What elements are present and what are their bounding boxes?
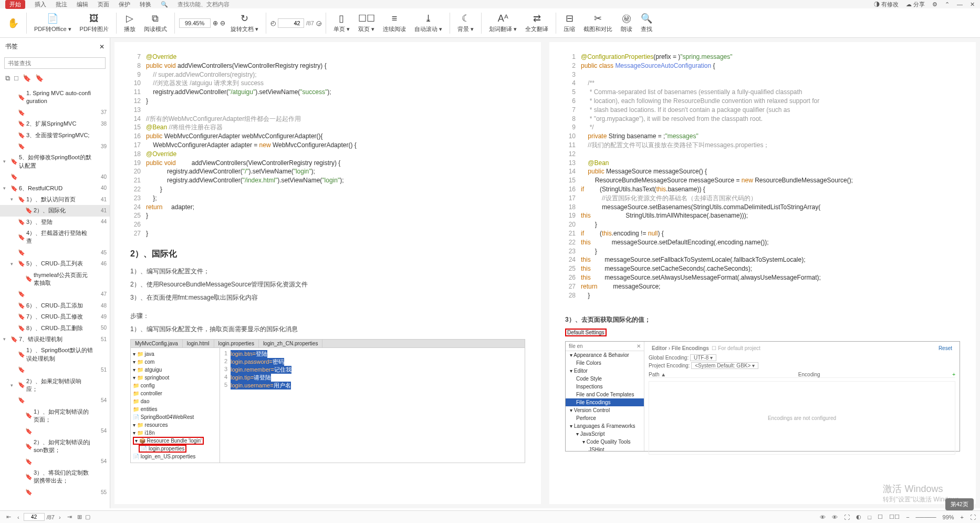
ide-tree-item[interactable]: ▾ 📁 springboot [133, 374, 217, 382]
minimize-icon[interactable]: — [957, 1, 963, 7]
bookmark-item[interactable]: ▾🔖7、错误处理机制51 [0, 334, 110, 345]
ide-tree-item[interactable]: 📄 SpringBoot04WebRest [133, 413, 217, 421]
bookmark-item[interactable]: 🔖8）、CRUD-员工删除50 [0, 323, 110, 334]
bookmark-item[interactable]: 🔖1）、SpringBoot默认的错误处理机制 [0, 345, 110, 364]
ide-tree-item[interactable]: ▾ 📦 Resource Bundle 'login' [133, 437, 217, 445]
tab-page[interactable]: 页面 [98, 1, 109, 8]
settings-tree-item[interactable]: Inspections [566, 383, 644, 391]
ide-tree-item[interactable]: ▾ 📁 resources [133, 421, 217, 429]
settings-tree-item[interactable]: ▾ Version Control [566, 406, 644, 414]
sb-icon-4[interactable]: 🔖 [35, 74, 44, 83]
ide-tree-item[interactable]: ▾ 📁 java [133, 350, 217, 358]
bookmark-item[interactable]: 🔖2）、国际化41 [0, 205, 110, 216]
ide-tab[interactable]: login.html [183, 340, 214, 347]
bookmark-item[interactable]: 🔖54 [0, 395, 110, 406]
settings-tree-item[interactable]: JSHint [566, 446, 644, 451]
continuous-read[interactable]: ≡连续阅读 [380, 11, 409, 35]
sb-icon-1[interactable]: ⧉ [5, 74, 10, 83]
sb-icon-2[interactable]: □ [14, 74, 18, 83]
settings-tree-item[interactable]: File Encodings [566, 398, 644, 406]
bookmark-item[interactable]: 🔖1）、如何定制错误的页面； [0, 406, 110, 426]
bookmark-item[interactable]: 🔖37 [0, 107, 110, 118]
bookmark-item[interactable]: 🔖51 [0, 364, 110, 375]
proj-enc-dropdown[interactable]: <System Default: GBK> ▾ [691, 362, 758, 369]
share-button[interactable]: ☁ 分享 [906, 1, 925, 8]
bookmark-item[interactable]: 🔖thymeleaf公共页面元素抽取 [0, 270, 110, 289]
bookmark-item[interactable]: 🔖3、全面接管SpringMVC; [0, 130, 110, 141]
sb-icon-3[interactable]: 🔖 [23, 74, 31, 83]
bookmark-item[interactable]: 🔖54 [0, 456, 110, 467]
bookmark-item[interactable]: ▾🔖5）、CRUD-员工列表46 [0, 258, 110, 269]
bookmark-item[interactable]: 🔖2）、如何定制错误的json数据； [0, 437, 110, 456]
settings-tree-item[interactable]: ▾ Editor [566, 367, 644, 375]
hand-tool[interactable]: ✋ [4, 15, 22, 31]
auto-scroll[interactable]: ⤓自动滚动 ▾ [411, 11, 445, 35]
settings-tree-item[interactable]: File Colors [566, 359, 644, 367]
bookmark-item[interactable]: ▾🔖1）、默认访问首页41 [0, 194, 110, 205]
gear-icon[interactable]: ⚙ [932, 1, 937, 8]
ide-tab[interactable]: MyMvcConfig.java [131, 340, 183, 347]
ide-tab[interactable]: login.properties [214, 340, 259, 347]
bookmark-item[interactable]: 🔖3）、登陆44 [0, 217, 110, 228]
tab-insert[interactable]: 插入 [35, 1, 46, 8]
settings-tree-item[interactable]: ▾ Appearance & Behavior [566, 351, 644, 359]
tab-annotate[interactable]: 批注 [56, 1, 67, 8]
zoom-in-icon[interactable]: ⊖ [220, 19, 225, 27]
play-button[interactable]: ▷播放 [121, 11, 139, 35]
single-page[interactable]: ▯单页 ▾ [330, 11, 353, 35]
sidebar-close-icon[interactable]: ✕ [99, 43, 105, 50]
rotate-doc[interactable]: ↻旋转文档 ▾ [227, 11, 262, 35]
find[interactable]: 🔍查找 [638, 11, 655, 35]
highlight-tab[interactable]: 开始 [5, 0, 25, 9]
bookmark-item[interactable]: 🔖55 [0, 487, 110, 498]
ide-tree-item[interactable]: 📁 controller [133, 389, 217, 397]
add-icon[interactable]: + [952, 372, 955, 377]
pdf-to-image[interactable]: 🖼PDF转图片 [77, 11, 112, 35]
bookmark-item[interactable]: 🔖45 [0, 247, 110, 258]
bookmark-item[interactable]: 🔖4）、拦截器进行登陆检查 [0, 228, 110, 247]
bookmark-item[interactable]: ▾🔖2）、如果定制错误响应； [0, 376, 110, 395]
zoom-out-icon[interactable]: ⊕ [213, 19, 218, 27]
settings-tree-item[interactable]: Code Style [566, 375, 644, 383]
tab-protect[interactable]: 保护 [119, 1, 130, 8]
tab-convert[interactable]: 转换 [140, 1, 151, 8]
reset-link[interactable]: Reset [939, 345, 952, 351]
ide-tab[interactable]: login_zh_CN.properties [259, 340, 323, 347]
global-enc-dropdown[interactable]: UTF-8 ▾ [690, 354, 716, 361]
path-col[interactable]: Path ▲ [649, 372, 666, 377]
compress[interactable]: ⊟压缩 [560, 11, 578, 35]
ide-tree-item[interactable]: 📄 login_en_US.properties [133, 453, 217, 460]
bookmark-item[interactable]: ▾🔖5、如何修改SpringBoot的默认配置 [0, 152, 110, 171]
close-icon[interactable]: ✕ [970, 1, 975, 8]
ide-tree-item[interactable]: 📄 login.properties [133, 445, 217, 453]
settings-tree-item[interactable]: ▾ Code Quality Tools [566, 438, 644, 446]
bookmark-item[interactable]: 🔖40 [0, 171, 110, 182]
bookmark-item[interactable]: 🔖7）、CRUD-员工修改49 [0, 311, 110, 322]
read-aloud[interactable]: ㊙朗读 [618, 11, 635, 35]
bookmark-item[interactable]: 🔖3）、将我们的定制数据携带出去； [0, 467, 110, 487]
bookmark-item[interactable]: 🔖6）、CRUD-员工添加48 [0, 300, 110, 311]
pdf-to-office[interactable]: 📄PDF转Office ▾ [31, 11, 75, 35]
bookmark-item[interactable]: 🔖2、扩展SpringMVC38 [0, 118, 110, 129]
settings-search[interactable] [569, 343, 619, 349]
bookmark-item[interactable]: ▾🔖6、RestfulCRUD40 [0, 183, 110, 194]
screenshot-compare[interactable]: ✂截图和对比 [580, 11, 616, 35]
bookmark-item[interactable]: 🔖54 [0, 426, 110, 437]
settings-tree-item[interactable]: ▾ JavaScript [566, 430, 644, 438]
page-input[interactable] [278, 18, 304, 28]
caret-icon[interactable]: ⌃ [945, 1, 950, 8]
settings-tree-item[interactable]: ▾ Languages & Frameworks [566, 422, 644, 430]
tab-edit[interactable]: 编辑 [77, 1, 88, 8]
background[interactable]: ☾背景 ▾ [454, 11, 477, 35]
full-translate[interactable]: ⇄全文翻译 [522, 11, 551, 35]
bookmark-item[interactable]: 🔖39 [0, 141, 110, 152]
next-page-icon[interactable]: ◶ [316, 19, 321, 27]
settings-tree-item[interactable]: File and Code Templates [566, 391, 644, 398]
function-search-input[interactable] [178, 1, 250, 7]
for-project-checkbox[interactable]: ☐ For default project [712, 345, 760, 351]
ide-tree-item[interactable]: 📁 entities [133, 405, 217, 413]
bookmark-search-input[interactable] [4, 57, 106, 69]
settings-tree-item[interactable]: Perforce [566, 414, 644, 422]
ide-tree-item[interactable]: 📁 dao [133, 397, 217, 405]
ide-tree-item[interactable]: ▾ 📁 com [133, 358, 217, 366]
